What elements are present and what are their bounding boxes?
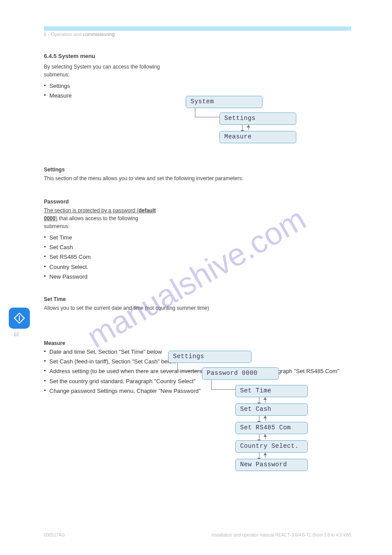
menu-box-system: System bbox=[186, 96, 263, 108]
connector bbox=[195, 108, 195, 117]
menu-box-password: Password 0000 bbox=[202, 367, 279, 380]
connector bbox=[177, 371, 202, 371]
breadcrumb-prefix: 6 - Operation and bbox=[44, 32, 82, 37]
arrow-up-icon bbox=[263, 416, 267, 418]
connector bbox=[195, 117, 219, 117]
connector bbox=[211, 389, 235, 390]
arrow-up-icon bbox=[263, 397, 267, 400]
bullet-newpwd: New Password bbox=[44, 273, 351, 281]
para-settings-intro: This section of the menu allows you to v… bbox=[44, 174, 325, 182]
menu-box-settings: Settings bbox=[219, 112, 296, 125]
bullet-country: Country Select. bbox=[44, 263, 351, 271]
connector bbox=[259, 453, 259, 458]
menu-box-country: Country Select. bbox=[235, 440, 308, 453]
footer: 000517AG Installation and operator manua… bbox=[44, 533, 351, 537]
section-system: 6.4.5 System menu By selecting System yo… bbox=[44, 53, 351, 102]
connector bbox=[259, 416, 259, 421]
bullet-settime: Set Time bbox=[44, 234, 351, 242]
bullet-m3: Address setting (to be used when there a… bbox=[44, 367, 351, 375]
note-password-tail: that allows access to the following subm… bbox=[44, 215, 138, 229]
footer-doc: 000517AG bbox=[44, 533, 65, 537]
bullet-settings: Settings bbox=[44, 82, 351, 90]
menu-box-setcash: Set Cash bbox=[235, 403, 308, 416]
subheading-measure: Measure bbox=[44, 340, 351, 346]
para-system-intro: By selecting System you can access the f… bbox=[44, 63, 167, 79]
arrow-up-icon bbox=[263, 453, 267, 455]
header-bar bbox=[44, 26, 351, 31]
section-password: Password The section is protected by a p… bbox=[44, 192, 351, 283]
menu-box-rs485: Set RS485 Com bbox=[235, 422, 308, 434]
para-settime-desc: Allows you to set the current date and t… bbox=[44, 304, 325, 312]
page-number: 62 bbox=[14, 332, 19, 337]
subheading-password: Password bbox=[44, 199, 351, 205]
connector bbox=[259, 397, 259, 403]
subheading-settings: Settings bbox=[44, 167, 351, 173]
connector bbox=[242, 125, 243, 130]
menu-box-settime: Set Time bbox=[235, 385, 308, 397]
subheading-settime: Set Time bbox=[44, 296, 351, 302]
section-settime: Set Time Allows you to set the current d… bbox=[44, 290, 351, 316]
arrow-up-icon bbox=[263, 434, 267, 437]
heading-system-menu: 6.4.5 System menu bbox=[44, 53, 351, 59]
menu-box-measure: Measure bbox=[219, 131, 296, 143]
connector bbox=[177, 363, 178, 371]
menu-box-newpwd: New Password bbox=[235, 459, 308, 471]
arrow-up-icon bbox=[247, 125, 250, 127]
connector bbox=[211, 380, 212, 389]
connector bbox=[259, 434, 259, 439]
footer-rev: Installation and operator manual REACT-3… bbox=[211, 533, 351, 537]
diamond-icon bbox=[13, 312, 26, 325]
breadcrumb-current: commissioning bbox=[83, 32, 115, 37]
bullet-setcash: Set Cash bbox=[44, 243, 351, 251]
page-badge bbox=[9, 308, 30, 329]
breadcrumb: 6 - Operation and commissioning bbox=[44, 32, 115, 37]
bullet-rs485: Set RS485 Com bbox=[44, 253, 351, 261]
bullet-m4: Set the country grid standard, Paragraph… bbox=[44, 377, 351, 385]
menu-box-settings2: Settings bbox=[168, 351, 252, 363]
section-settings: Settings This section of the menu allows… bbox=[44, 160, 351, 186]
